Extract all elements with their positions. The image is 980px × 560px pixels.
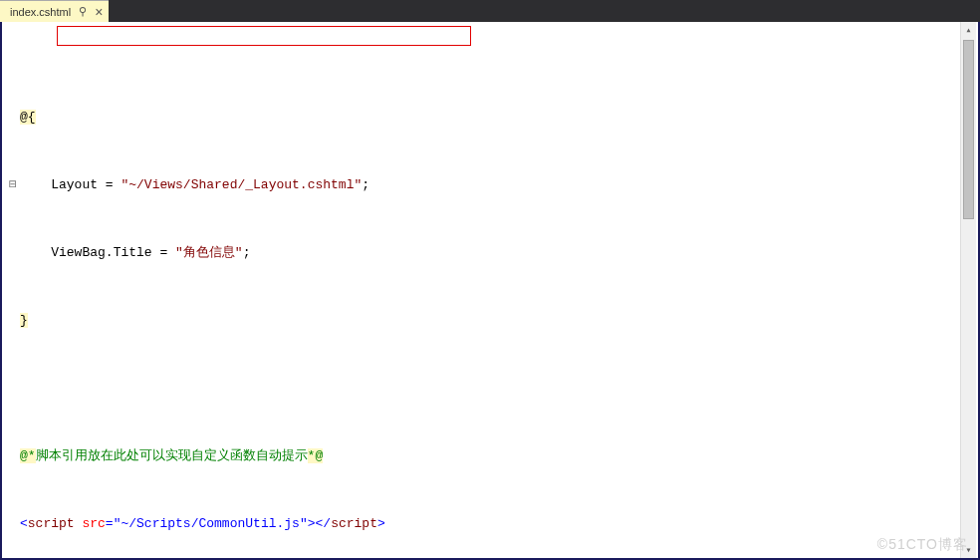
close-icon[interactable]: ×: [95, 5, 103, 19]
tab-bar: index.cshtml ⚲ ×: [0, 0, 980, 22]
editor-area[interactable]: @{ ⊟ Layout = "~/Views/Shared/_Layout.cs…: [0, 22, 980, 560]
vertical-scrollbar[interactable]: ▴ ▾: [960, 22, 976, 558]
tab-index-cshtml[interactable]: index.cshtml ⚲ ×: [0, 0, 109, 22]
scroll-up-icon[interactable]: ▴: [961, 22, 976, 38]
scrollbar-thumb[interactable]: [963, 40, 974, 219]
code-editor[interactable]: @{ ⊟ Layout = "~/Views/Shared/_Layout.cs…: [2, 22, 978, 560]
razor-at: @: [20, 110, 28, 125]
razor-brace-close: }: [20, 313, 28, 328]
watermark: ©51CTO博客: [877, 536, 968, 554]
razor-brace-open: {: [28, 110, 36, 125]
fold-toggle[interactable]: ⊟: [6, 176, 20, 193]
tab-filename: index.cshtml: [10, 6, 71, 18]
pin-icon[interactable]: ⚲: [79, 5, 87, 18]
highlight-box: [57, 26, 471, 46]
